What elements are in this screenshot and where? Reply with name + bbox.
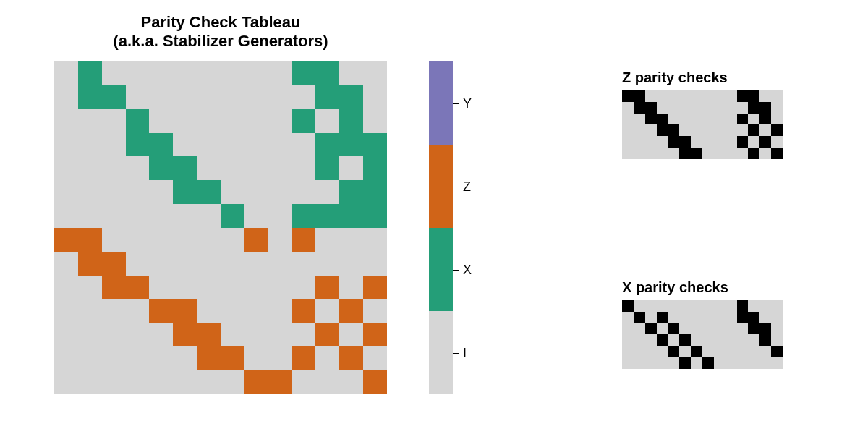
heatmap-cell bbox=[622, 334, 634, 346]
heatmap-cell bbox=[714, 114, 726, 125]
heatmap-cell bbox=[748, 90, 760, 102]
heatmap-cell bbox=[173, 299, 197, 323]
heatmap-cell bbox=[339, 252, 363, 276]
heatmap-cell bbox=[691, 323, 702, 335]
heatmap-cell bbox=[645, 300, 657, 312]
heatmap-cell bbox=[54, 109, 78, 133]
heatmap-cell bbox=[339, 156, 363, 180]
heatmap-cell bbox=[244, 346, 268, 370]
heatmap-cell bbox=[149, 109, 173, 133]
heatmap-cell bbox=[657, 124, 668, 136]
heatmap-cell bbox=[102, 323, 126, 346]
heatmap-cell bbox=[726, 334, 737, 346]
heatmap-cell bbox=[173, 204, 197, 228]
heatmap-cell bbox=[679, 312, 691, 323]
heatmap-cell bbox=[771, 102, 783, 114]
heatmap-cell bbox=[668, 334, 679, 346]
heatmap-cell bbox=[197, 346, 221, 370]
main-title-line1: Parity Check Tableau bbox=[141, 13, 301, 31]
heatmap-cell bbox=[760, 102, 771, 114]
heatmap-cell bbox=[363, 323, 387, 346]
colorbar-label-i: I bbox=[463, 345, 467, 360]
heatmap-cell bbox=[668, 357, 679, 369]
heatmap-cell bbox=[292, 204, 316, 228]
heatmap-cell bbox=[737, 136, 749, 148]
heatmap-cell bbox=[726, 102, 737, 114]
heatmap-cell bbox=[292, 133, 316, 157]
heatmap-cell bbox=[634, 114, 645, 125]
heatmap-cell bbox=[268, 346, 292, 370]
heatmap-cell bbox=[197, 299, 221, 323]
heatmap-cell bbox=[244, 370, 268, 394]
heatmap-cell bbox=[363, 370, 387, 394]
heatmap-cell bbox=[149, 228, 173, 252]
heatmap-cell bbox=[645, 357, 657, 369]
heatmap-cell bbox=[679, 346, 691, 357]
heatmap-cell bbox=[126, 299, 150, 323]
heatmap-cell bbox=[634, 90, 645, 102]
heatmap-cell bbox=[760, 90, 771, 102]
heatmap-cell bbox=[173, 109, 197, 133]
heatmap-cell bbox=[221, 133, 244, 157]
heatmap-cell bbox=[760, 124, 771, 136]
heatmap-cell bbox=[268, 133, 292, 157]
heatmap-cell bbox=[268, 299, 292, 323]
heatmap-cell bbox=[702, 102, 714, 114]
heatmap-cell bbox=[714, 357, 726, 369]
heatmap-cell bbox=[363, 109, 387, 133]
heatmap-cell bbox=[668, 323, 679, 335]
heatmap-cell bbox=[315, 370, 339, 394]
heatmap-cell bbox=[657, 102, 668, 114]
parity-check-tableau-heatmap bbox=[54, 61, 387, 394]
heatmap-cell bbox=[54, 228, 78, 252]
heatmap-cell bbox=[622, 346, 634, 357]
heatmap-cell bbox=[244, 85, 268, 109]
heatmap-cell bbox=[714, 323, 726, 335]
heatmap-cell bbox=[645, 136, 657, 148]
heatmap-cell bbox=[737, 148, 749, 159]
heatmap-cell bbox=[714, 148, 726, 159]
heatmap-cell bbox=[726, 346, 737, 357]
heatmap-cell bbox=[679, 114, 691, 125]
heatmap-cell bbox=[679, 148, 691, 159]
heatmap-cell bbox=[197, 252, 221, 276]
heatmap-cell bbox=[634, 312, 645, 323]
heatmap-cell bbox=[126, 276, 150, 299]
heatmap-cell bbox=[737, 334, 749, 346]
heatmap-cell bbox=[315, 204, 339, 228]
z-checks-title: Z parity checks bbox=[622, 69, 781, 86]
heatmap-cell bbox=[748, 334, 760, 346]
heatmap-cell bbox=[657, 90, 668, 102]
heatmap-cell bbox=[634, 136, 645, 148]
heatmap-cell bbox=[244, 323, 268, 346]
heatmap-cell bbox=[197, 323, 221, 346]
heatmap-cell bbox=[691, 124, 702, 136]
heatmap-cell bbox=[221, 276, 244, 299]
heatmap-cell bbox=[102, 156, 126, 180]
heatmap-cell bbox=[221, 109, 244, 133]
heatmap-cell bbox=[668, 124, 679, 136]
heatmap-cell bbox=[126, 180, 150, 204]
colorbar bbox=[429, 61, 453, 394]
heatmap-cell bbox=[691, 102, 702, 114]
heatmap-cell bbox=[645, 323, 657, 335]
heatmap-cell bbox=[197, 85, 221, 109]
heatmap-cell bbox=[173, 180, 197, 204]
heatmap-cell bbox=[292, 252, 316, 276]
heatmap-cell bbox=[748, 102, 760, 114]
heatmap-cell bbox=[668, 312, 679, 323]
heatmap-cell bbox=[622, 102, 634, 114]
heatmap-cell bbox=[726, 300, 737, 312]
heatmap-cell bbox=[645, 334, 657, 346]
heatmap-cell bbox=[339, 323, 363, 346]
heatmap-cell bbox=[363, 61, 387, 85]
heatmap-cell bbox=[339, 299, 363, 323]
heatmap-cell bbox=[292, 346, 316, 370]
heatmap-cell bbox=[126, 85, 150, 109]
colorbar-segment-i bbox=[429, 311, 453, 394]
heatmap-cell bbox=[363, 204, 387, 228]
heatmap-cell bbox=[363, 85, 387, 109]
heatmap-cell bbox=[679, 323, 691, 335]
heatmap-cell bbox=[691, 312, 702, 323]
heatmap-cell bbox=[173, 370, 197, 394]
